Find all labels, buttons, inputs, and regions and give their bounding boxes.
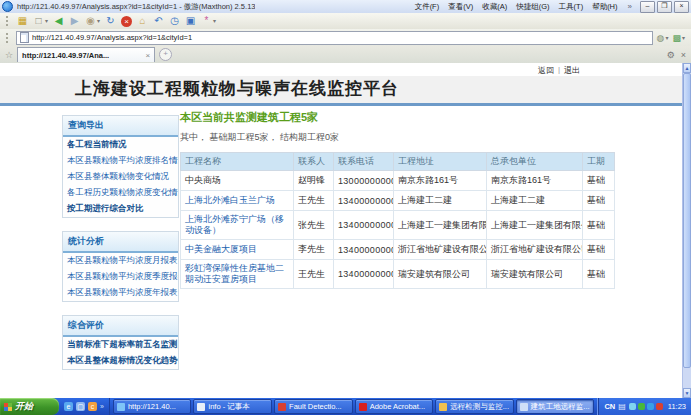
snap-icon[interactable]: ▩▾ [672,33,685,43]
new-page-icon[interactable]: □▾ [33,15,48,27]
popup-filter-icon-dropdown-icon[interactable]: ▾ [97,15,100,27]
home-icon-glyph: ⌂ [137,15,148,27]
back-icon-glyph: ◀ [53,15,64,27]
menu-overflow-icon[interactable]: » [628,2,632,11]
exit-link[interactable]: 退出 [564,65,580,76]
back-icon[interactable]: ◀ [53,15,64,27]
language-indicator[interactable]: CN [604,402,615,411]
site-title: 上海建设工程颗粒物与噪声在线监控平台 [0,76,683,102]
favorites-star-icon[interactable]: ☆ [5,50,13,60]
account-icon-glyph: ▦ [17,15,28,27]
minimize-button[interactable]: – [640,1,655,13]
restore-button[interactable]: ❐ [657,1,672,13]
back-link[interactable]: 返回 [538,65,554,76]
stop-icon[interactable]: × [121,16,132,27]
phone-cell: 13400000000 [334,240,394,260]
project-name-cell[interactable]: 中美金融大厦项目 [181,240,294,260]
account-icon[interactable]: ▦ [17,15,28,27]
period-cell: 基础 [583,260,615,289]
tab-active[interactable]: http://121.40.49.97/Ana... × [17,47,155,62]
quicklaunch-ie-icon[interactable]: e [64,402,73,411]
capture-icon[interactable]: ▣ [185,15,196,27]
project-name-cell[interactable]: 彩虹湾保障性住房基地二期动迁安置房项目 [181,260,294,289]
sidebar-item[interactable]: 本区县整体颗粒物变化情况 [63,169,178,185]
sidebar-item[interactable]: 按工期进行综合对比 [63,201,178,217]
feed-icon[interactable]: ◍▾ [657,33,669,43]
contractor-cell: 上海建工二建 [487,191,583,211]
summary-detail: 其中， 基础期工程5家， 结构期工程0家 [180,131,614,144]
tab-close-icon[interactable]: × [145,51,150,60]
address-cell: 浙江省地矿建设有限公司 [394,240,487,260]
popup-filter-icon-glyph: ◉ [85,15,96,27]
contact-cell: 李先生 [294,240,334,260]
clock[interactable]: 11:23 [668,402,686,411]
menu-item-5[interactable]: 帮助(H) [592,2,617,12]
tray-messenger-icon[interactable] [647,403,654,410]
notepad-task-icon [197,403,205,411]
forward-icon[interactable]: ▶ [69,15,80,27]
sidebar-item[interactable]: 当前标准下超标率前五名监测点 [63,337,178,353]
contact-cell: 王先生 [294,260,334,289]
project-name-cell[interactable]: 上海北外滩苏宁广场（移动设备） [181,211,294,240]
tray-alert-icon[interactable] [656,403,663,410]
quicklaunch-desktop-icon[interactable]: ▢ [76,402,85,411]
undo-icon[interactable]: ↶ [153,15,164,27]
tray-antivirus-icon[interactable] [638,403,645,410]
taskbar-button[interactable]: 远程检测与监控... [435,399,514,414]
stop-icon-glyph: × [121,16,132,27]
refresh-icon[interactable]: ↻ [105,15,116,27]
page-favicon-icon [20,32,29,43]
taskbar-button[interactable]: info - 记事本 [193,399,272,414]
sidebar-item[interactable]: 各工程历史颗粒物浓度变化情况 [63,185,178,201]
quicklaunch-overflow-icon[interactable]: » [100,403,104,410]
scrollbar-thumb[interactable] [683,73,691,368]
taskbar-button[interactable]: Adobe Acrobat... [355,399,434,414]
tabbar-close-icon[interactable]: × [681,50,686,60]
popup-filter-icon[interactable]: ◉▾ [85,15,100,27]
quicklaunch-browser-icon[interactable]: c [88,402,97,411]
history-icon[interactable]: ◷ [169,15,180,27]
menu-item-2[interactable]: 收藏(A) [482,2,507,12]
column-header: 联系电话 [334,153,394,171]
scrollbar-down-icon[interactable]: ▼ [683,388,691,398]
sidebar-item[interactable]: 各工程当前情况 [63,137,178,153]
table-row: 中美金融大厦项目李先生13400000000浙江省地矿建设有限公司浙江省地矿建设… [181,240,615,260]
taskbar-button[interactable]: 建筑工地远程监... [516,399,595,414]
address-input-box[interactable] [16,31,653,45]
sidebar-item[interactable]: 本区县颗粒物平均浓度年报表 [63,285,178,301]
taskbar-button[interactable]: Fault Detectio... [274,399,353,414]
plugins-icon-dropdown-icon[interactable]: ▾ [213,15,216,27]
web-page: 返回 | 退出 上海建设工程颗粒物与噪声在线监控平台 查询导出各工程当前情况本区… [0,63,691,398]
start-button[interactable]: 开始 [0,398,59,415]
tab-bar-right: ⚙ × [667,50,686,60]
sidebar-item[interactable]: 本区县颗粒物平均浓度排名情况 [63,153,178,169]
column-header: 联系人 [294,153,334,171]
summary-title: 本区当前共监测建筑工程5家 [180,110,614,125]
keyboard-icon[interactable]: ▤ [618,402,626,411]
new-tab-button[interactable]: + [159,48,172,61]
project-name-cell[interactable]: 上海北外滩白玉兰广场 [181,191,294,211]
menu-item-1[interactable]: 查看(V) [448,2,473,12]
period-cell: 基础 [583,211,615,240]
scrollbar-up-icon[interactable]: ▲ [683,63,691,73]
close-button[interactable]: × [674,1,689,13]
plugins-icon-glyph: * [201,15,212,27]
home-icon[interactable]: ⌂ [137,15,148,27]
page-scrollbar[interactable]: ▲ ▼ [682,63,691,398]
quick-launch: e▢c» [59,398,110,415]
menu-item-3[interactable]: 快捷组(G) [516,2,549,12]
sidebar-item[interactable]: 本区县颗粒物平均浓度月报表 [63,253,178,269]
sidebar-item[interactable]: 本区县整体超标情况变化趋势 [63,353,178,369]
menu-item-4[interactable]: 工具(T) [559,2,584,12]
column-header: 工程地址 [394,153,487,171]
sidebar-item[interactable]: 本区县颗粒物平均浓度季度报表 [63,269,178,285]
menu-item-0[interactable]: 文件(F) [415,2,440,12]
new-page-icon-dropdown-icon[interactable]: ▾ [45,15,48,27]
address-input[interactable] [32,33,649,42]
tray-network-icon[interactable] [629,403,636,410]
taskbar-button[interactable]: http://121.40... [113,399,192,414]
wrench-icon[interactable]: ⚙ [667,50,675,60]
table-row: 中央商场赵明锋13000000000南京东路161号南京东路161号基础 [181,171,615,191]
sidebar-group-1: 统计分析本区县颗粒物平均浓度月报表本区县颗粒物平均浓度季度报表本区县颗粒物平均浓… [62,231,179,302]
plugins-icon[interactable]: *▾ [201,15,216,27]
